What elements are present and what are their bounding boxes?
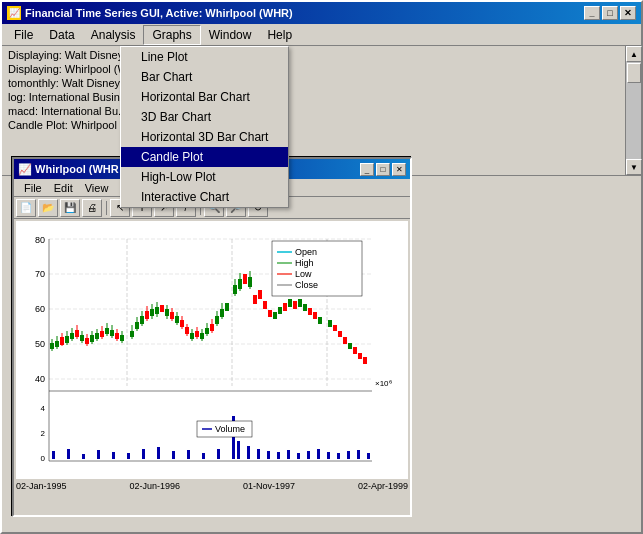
scroll-up-button[interactable]: ▲	[626, 46, 642, 62]
toolbar-save-btn[interactable]: 💾	[60, 199, 80, 217]
menu-data[interactable]: Data	[41, 26, 82, 44]
chart-title-text: 📈 Whirlpool (WHR	[18, 163, 119, 176]
chart-menu-edit[interactable]: Edit	[48, 181, 79, 195]
svg-rect-107	[288, 299, 292, 307]
minimize-button[interactable]: _	[584, 6, 600, 20]
svg-rect-69	[190, 333, 194, 339]
svg-rect-135	[363, 357, 367, 364]
chart-menu-file[interactable]: File	[18, 181, 48, 195]
svg-rect-77	[210, 324, 214, 331]
main-window: 📈 Financial Time Series GUI, Active: Whi…	[0, 0, 643, 534]
chart-icon: 📈	[18, 163, 35, 175]
svg-rect-21	[65, 336, 69, 343]
scroll-track[interactable]	[626, 62, 641, 159]
menu-file[interactable]: File	[6, 26, 41, 44]
svg-rect-129	[348, 343, 352, 349]
svg-rect-105	[283, 303, 287, 311]
svg-rect-37	[105, 328, 109, 334]
chart-x-labels: 02-Jan-1995 02-Jun-1996 01-Nov-1997 02-A…	[14, 481, 410, 491]
svg-rect-133	[358, 353, 362, 359]
svg-text:2: 2	[41, 429, 46, 438]
menu-horiz-bar-chart[interactable]: Horizontal Bar Chart	[121, 87, 288, 107]
chart-close-btn[interactable]: ✕	[392, 163, 406, 176]
svg-rect-23	[70, 333, 74, 339]
svg-rect-47	[135, 322, 139, 329]
svg-rect-41	[115, 333, 119, 339]
scroll-thumb[interactable]	[627, 63, 641, 83]
chart-minimize-btn[interactable]: _	[360, 163, 374, 176]
chart-menu-view[interactable]: View	[79, 181, 115, 195]
toolbar-open-btn[interactable]: 📂	[38, 199, 58, 217]
svg-rect-95	[258, 290, 262, 299]
svg-text:50: 50	[35, 339, 45, 349]
svg-rect-15	[50, 343, 54, 349]
toolbar-sep-1	[104, 199, 108, 217]
svg-rect-168	[287, 450, 290, 459]
svg-rect-131	[353, 347, 357, 354]
svg-rect-121	[328, 320, 332, 327]
svg-rect-39	[110, 330, 114, 336]
menu-3d-bar-chart[interactable]: 3D Bar Chart	[121, 107, 288, 127]
svg-rect-53	[150, 309, 154, 316]
svg-rect-119	[318, 317, 322, 324]
menu-line-plot[interactable]: Line Plot	[121, 47, 288, 67]
title-bar-buttons: _ □ ✕	[584, 6, 636, 20]
svg-rect-45	[130, 331, 134, 337]
maximize-button[interactable]: □	[602, 6, 618, 20]
svg-rect-101	[273, 312, 277, 319]
svg-rect-115	[308, 308, 312, 315]
close-button[interactable]: ✕	[620, 6, 636, 20]
svg-rect-55	[155, 307, 159, 314]
chart-maximize-btn[interactable]: □	[376, 163, 390, 176]
svg-rect-89	[243, 274, 247, 284]
svg-rect-33	[95, 333, 99, 339]
x-label-3: 01-Nov-1997	[243, 481, 295, 491]
svg-rect-175	[357, 450, 360, 459]
main-menu-bar: File Data Analysis Graphs Window Help	[2, 24, 641, 46]
svg-rect-159	[187, 450, 190, 459]
scroll-down-button[interactable]: ▼	[626, 159, 642, 175]
log-scrollbar[interactable]: ▲ ▼	[625, 46, 641, 175]
svg-rect-81	[220, 309, 224, 317]
svg-rect-165	[257, 449, 260, 459]
menu-candle-plot[interactable]: Candle Plot	[121, 147, 288, 167]
svg-rect-157	[157, 447, 160, 459]
menu-window[interactable]: Window	[201, 26, 260, 44]
svg-rect-170	[307, 451, 310, 459]
svg-rect-117	[313, 312, 317, 319]
svg-rect-65	[180, 320, 184, 327]
svg-rect-29	[85, 338, 89, 344]
svg-rect-61	[170, 312, 174, 319]
svg-rect-97	[263, 301, 267, 309]
app-icon: 📈	[7, 6, 21, 20]
menu-analysis[interactable]: Analysis	[83, 26, 144, 44]
toolbar-print-btn[interactable]: 🖨	[82, 199, 102, 217]
svg-rect-150	[52, 451, 55, 459]
svg-text:80: 80	[35, 235, 45, 245]
svg-rect-87	[238, 279, 242, 289]
main-title-text: 📈 Financial Time Series GUI, Active: Whi…	[7, 6, 293, 20]
svg-rect-156	[142, 449, 145, 459]
svg-rect-19	[60, 337, 64, 345]
svg-rect-59	[165, 309, 169, 316]
svg-rect-176	[367, 453, 370, 459]
menu-interactive-chart[interactable]: Interactive Chart	[121, 187, 288, 207]
toolbar-new-btn[interactable]: 📄	[16, 199, 36, 217]
svg-rect-153	[97, 450, 100, 459]
menu-graphs[interactable]: Graphs	[143, 25, 200, 45]
menu-bar-chart[interactable]: Bar Chart	[121, 67, 288, 87]
log-content: Displaying: Walt Disney (W... Displaying…	[2, 46, 625, 175]
svg-rect-63	[175, 316, 179, 323]
svg-text:Open: Open	[295, 247, 317, 257]
svg-rect-93	[253, 295, 257, 304]
menu-high-low-plot[interactable]: High-Low Plot	[121, 167, 288, 187]
chart-window: 📈 Whirlpool (WHR _ □ ✕ File Edit View In…	[12, 157, 412, 517]
svg-rect-125	[338, 331, 342, 337]
svg-rect-57	[160, 305, 164, 312]
menu-horiz-3d-bar-chart[interactable]: Horizontal 3D Bar Chart	[121, 127, 288, 147]
svg-text:Close: Close	[295, 280, 318, 290]
menu-help[interactable]: Help	[259, 26, 300, 44]
log-line-5: macd: International Bu...	[8, 104, 619, 118]
log-line-1: Displaying: Walt Disney (W...	[8, 48, 619, 62]
svg-rect-103	[278, 307, 282, 314]
